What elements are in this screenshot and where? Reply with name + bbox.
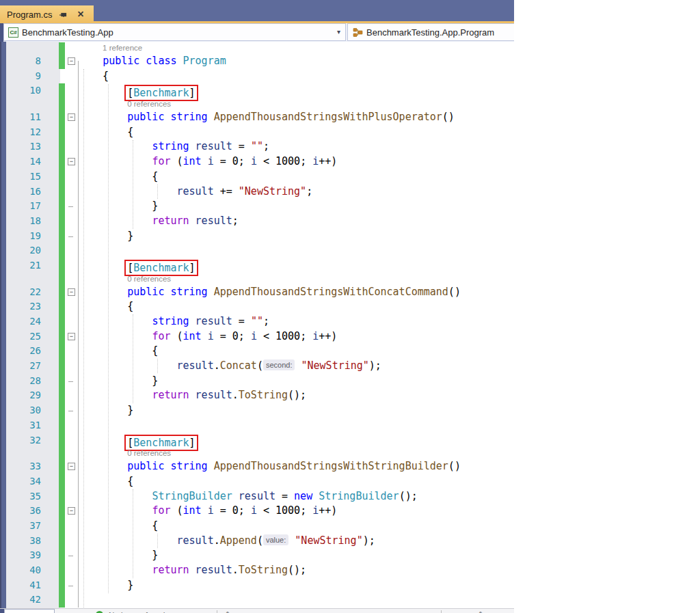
code-text[interactable]: for (int i = 0; i < 1000; i++): [78, 329, 700, 344]
code-line: 34 {: [0, 474, 700, 489]
zoom-level-dropdown[interactable]: 100 % ▼: [4, 609, 55, 613]
outlining-margin: −: [65, 154, 78, 169]
code-text[interactable]: }: [78, 548, 700, 563]
pin-icon[interactable]: [59, 10, 68, 19]
code-line: 9 {: [0, 69, 700, 84]
code-text[interactable]: }: [78, 229, 700, 244]
fold-collapse-toggle[interactable]: −: [68, 288, 75, 296]
code-token: }: [78, 230, 133, 242]
code-text[interactable]: }: [78, 199, 700, 214]
change-tracking-margin: [54, 83, 65, 98]
code-text[interactable]: {: [78, 69, 700, 84]
code-text[interactable]: result.Append(value: "NewString");: [78, 534, 700, 549]
codelens-link[interactable]: 1 reference: [78, 42, 700, 54]
code-text[interactable]: return result.ToString();: [78, 388, 700, 403]
edit-mode-icon[interactable]: ✎: [479, 610, 485, 613]
tab-program-cs[interactable]: Program.cs ✕: [0, 5, 94, 23]
codelens-link[interactable]: 0 references: [78, 448, 700, 459]
change-bar: [59, 154, 65, 169]
outlining-margin: [65, 359, 78, 374]
code-token: [78, 259, 127, 271]
code-text[interactable]: public class Program: [78, 54, 700, 69]
code-text[interactable]: [78, 592, 700, 608]
code-text[interactable]: {: [78, 169, 700, 185]
code-text[interactable]: [Benchmark]: [78, 433, 700, 448]
code-token: Append: [220, 534, 257, 547]
codelens-link[interactable]: 0 references: [78, 273, 700, 285]
code-text[interactable]: public string AppendThousandStringsWithP…: [78, 110, 700, 125]
code-token: (: [170, 330, 183, 342]
code-text[interactable]: [78, 243, 700, 258]
code-token: [78, 534, 177, 547]
close-icon[interactable]: ✕: [75, 9, 86, 20]
code-token: [202, 504, 208, 517]
code-token: .: [214, 534, 220, 547]
fold-collapse-toggle[interactable]: −: [68, 463, 75, 470]
code-token: public: [103, 55, 139, 67]
code-token: ;: [239, 330, 251, 342]
code-text[interactable]: {: [78, 344, 700, 359]
code-text[interactable]: result += "NewString";: [78, 185, 700, 200]
code-text[interactable]: [Benchmark]: [78, 83, 700, 98]
code-text[interactable]: }: [78, 374, 700, 389]
code-line: 35 StringBuilder result = new StringBuil…: [0, 489, 700, 504]
project-dropdown[interactable]: C# BenchmarkTesting.App ▾: [3, 23, 346, 41]
change-tracking-margin: [54, 273, 65, 285]
fold-collapse-toggle[interactable]: −: [68, 113, 75, 121]
code-text[interactable]: }: [78, 578, 700, 593]
codelens-link[interactable]: 0 references: [78, 98, 700, 110]
change-bar: [59, 83, 65, 98]
code-token: {: [78, 70, 109, 82]
change-bar: [59, 139, 65, 154]
fold-end-tick: [68, 236, 73, 237]
code-text[interactable]: result.Concat(second: "NewString");: [78, 359, 700, 374]
code-token: 0: [232, 330, 239, 342]
fold-collapse-toggle[interactable]: −: [68, 57, 75, 65]
fold-collapse-toggle[interactable]: −: [68, 507, 75, 515]
code-text[interactable]: for (int i = 0; i < 1000; i++): [78, 154, 700, 169]
code-token: (: [257, 534, 263, 547]
code-token: ;: [232, 215, 239, 227]
outlining-margin: [65, 433, 78, 448]
change-bar: [59, 285, 65, 300]
change-tracking-margin: [54, 433, 65, 448]
code-text[interactable]: }: [78, 403, 700, 418]
code-editor[interactable]: 1 reference8− public class Program9 {10 …: [0, 42, 700, 608]
code-line: 17 }: [0, 199, 700, 214]
code-token: ;: [300, 330, 312, 342]
chevron-down-icon[interactable]: ▾: [337, 28, 340, 36]
line-number: 24: [0, 314, 54, 329]
code-token: [78, 564, 152, 576]
change-bar: [59, 592, 65, 608]
code-text[interactable]: public string AppendThousandStringsWithC…: [78, 285, 700, 300]
code-text[interactable]: {: [78, 519, 700, 534]
code-text[interactable]: {: [78, 299, 700, 314]
type-dropdown[interactable]: BenchmarkTesting.App.Program: [347, 23, 514, 41]
change-bar: [59, 258, 65, 273]
code-token: i: [312, 504, 319, 517]
outlining-margin: [65, 489, 78, 504]
codelens-row: 0 references: [0, 273, 700, 285]
change-bar: [59, 519, 65, 534]
change-tracking-margin: [54, 139, 65, 154]
code-text[interactable]: return result;: [78, 214, 700, 229]
code-text[interactable]: {: [78, 474, 700, 489]
outlining-margin: [65, 592, 78, 608]
change-tracking-margin: [54, 285, 65, 300]
outlining-margin: [65, 519, 78, 534]
code-token: [208, 286, 214, 298]
code-text[interactable]: for (int i = 0; i < 1000; i++): [78, 504, 700, 519]
code-token: =: [275, 490, 294, 502]
code-text[interactable]: {: [78, 125, 700, 140]
change-tracking-margin: [54, 329, 65, 344]
fold-collapse-toggle[interactable]: −: [68, 333, 75, 340]
code-text[interactable]: return result.ToString();: [78, 563, 700, 578]
code-text[interactable]: string result = "";: [78, 139, 700, 154]
code-text[interactable]: [78, 418, 700, 433]
code-text[interactable]: public string AppendThousandStringsWithS…: [78, 459, 700, 474]
code-text[interactable]: [Benchmark]: [78, 258, 700, 273]
code-text[interactable]: StringBuilder result = new StringBuilder…: [78, 489, 700, 504]
code-text[interactable]: string result = "";: [78, 314, 700, 329]
edit-mode-icon[interactable]: ✎: [226, 610, 232, 613]
fold-collapse-toggle[interactable]: −: [68, 158, 75, 165]
